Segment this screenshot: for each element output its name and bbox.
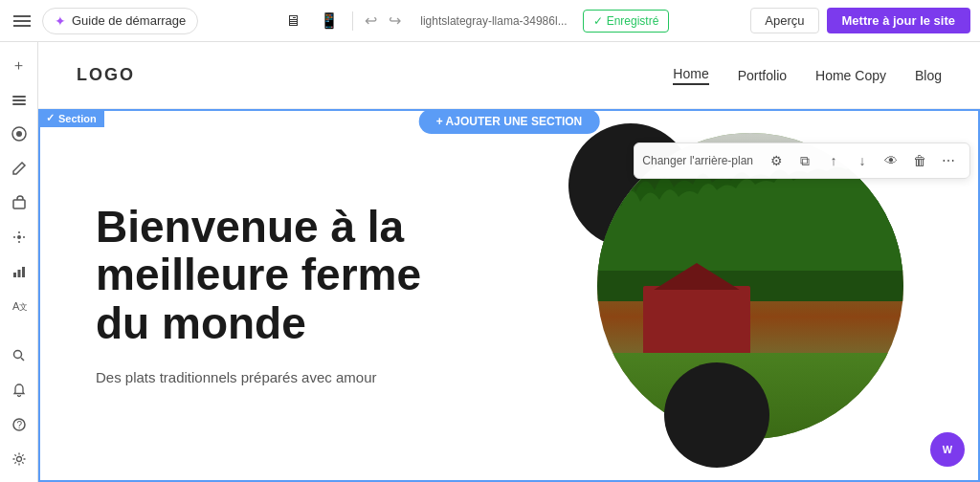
site-logo: LOGO — [77, 65, 135, 85]
sidebar-layers[interactable] — [4, 84, 34, 115]
divider — [352, 11, 353, 31]
sidebar-bottom: ? — [4, 340, 34, 474]
check-icon: ✓ — [46, 112, 55, 124]
sidebar-theme[interactable] — [4, 119, 34, 149]
sidebar-add[interactable]: ＋ — [4, 50, 34, 80]
sidebar-edit[interactable] — [4, 153, 34, 184]
canvas-area: LOGO Home Portfolio Home Copy Blog Bienv… — [38, 42, 980, 482]
undo-button[interactable]: ↩ — [361, 10, 381, 32]
sidebar-search[interactable] — [4, 340, 34, 371]
desktop-view-button[interactable]: 🖥 — [279, 9, 306, 33]
hero-text: Bienvenue à la meilleure ferme du monde … — [96, 203, 468, 388]
svg-point-4 — [16, 131, 22, 137]
check-icon: ✓ — [593, 14, 603, 28]
toolbar-delete-button[interactable]: 🗑 — [906, 147, 933, 174]
toolbar-duplicate-button[interactable]: ⧉ — [791, 147, 818, 174]
redo-button[interactable]: ↪ — [385, 10, 405, 32]
sidebar-notification[interactable] — [4, 375, 34, 405]
nav-portfolio[interactable]: Portfolio — [738, 68, 787, 83]
sidebar-analytics[interactable] — [4, 256, 34, 287]
star-icon: ✦ — [55, 13, 66, 29]
svg-rect-8 — [17, 270, 20, 277]
sidebar-help[interactable]: ? — [4, 409, 34, 440]
nav-blog[interactable]: Blog — [915, 68, 942, 83]
guide-label: Guide de démarrage — [72, 13, 186, 28]
section-toolbar: Changer l'arrière-plan ⚙ ⧉ ↑ ↓ 👁 🗑 ⋯ — [634, 142, 970, 179]
hamburger-menu[interactable] — [10, 11, 34, 31]
main-layout: ＋ A文 ? — [0, 42, 980, 482]
toolbar-settings-button[interactable]: ⚙ — [763, 147, 790, 174]
saved-badge: ✓ Enregistré — [583, 10, 670, 33]
wix-logo-button[interactable]: W — [930, 432, 965, 467]
sidebar-translate[interactable]: A文 — [4, 291, 34, 321]
mobile-view-button[interactable]: 📱 — [314, 8, 345, 33]
section-label[interactable]: ✓ Section — [38, 109, 104, 127]
svg-point-12 — [13, 351, 21, 359]
preview-button[interactable]: Aperçu — [750, 8, 818, 33]
svg-rect-0 — [12, 96, 26, 98]
wix-logo-text: W — [943, 444, 952, 455]
topbar: ✦ Guide de démarrage 🖥 📱 ↩ ↪ lightslateg… — [0, 0, 980, 42]
nav-home[interactable]: Home — [673, 66, 708, 85]
topbar-center: 🖥 📱 ↩ ↪ lightslategray-llama-34986l... ✓… — [279, 8, 669, 33]
undo-redo-group: ↩ ↪ — [361, 10, 405, 32]
guide-button[interactable]: ✦ Guide de démarrage — [42, 8, 198, 34]
topbar-right: Aperçu Mettre à jour le site — [750, 8, 970, 33]
website-preview: LOGO Home Portfolio Home Copy Blog Bienv… — [38, 42, 980, 482]
decoration-circle-bottom — [664, 362, 769, 468]
sidebar-settings[interactable] — [4, 444, 34, 474]
toolbar-bg-label: Changer l'arrière-plan — [642, 154, 753, 167]
svg-text:?: ? — [16, 420, 22, 430]
sidebar-animations[interactable] — [4, 222, 34, 252]
svg-rect-7 — [13, 273, 16, 277]
svg-text:文: 文 — [19, 302, 27, 312]
svg-rect-5 — [13, 200, 25, 208]
svg-point-6 — [17, 235, 21, 239]
saved-label: Enregistré — [607, 14, 659, 28]
site-navbar: LOGO Home Portfolio Home Copy Blog — [38, 42, 980, 109]
svg-rect-2 — [12, 103, 26, 105]
svg-point-15 — [16, 457, 21, 462]
toolbar-more-button[interactable]: ⋯ — [935, 147, 962, 174]
site-nav: Home Portfolio Home Copy Blog — [673, 66, 942, 85]
svg-rect-9 — [22, 267, 25, 277]
svg-rect-1 — [12, 99, 26, 101]
topbar-left: ✦ Guide de démarrage — [10, 8, 198, 34]
section-label-text: Section — [58, 113, 97, 124]
nav-home-copy[interactable]: Home Copy — [815, 68, 886, 83]
toolbar-hide-button[interactable]: 👁 — [878, 147, 904, 174]
hero-subtitle: Des plats traditionnels préparés avec am… — [96, 367, 449, 389]
add-section-button[interactable]: + AJOUTER UNE SECTION — [419, 109, 600, 134]
hero-title: Bienvenue à la meilleure ferme du monde — [96, 203, 449, 348]
site-name: lightslategray-llama-34986l... — [412, 14, 574, 28]
toolbar-move-up-button[interactable]: ↑ — [820, 147, 847, 174]
sidebar-store[interactable] — [4, 187, 34, 218]
toolbar-move-down-button[interactable]: ↓ — [849, 147, 876, 174]
publish-button[interactable]: Mettre à jour le site — [827, 8, 970, 33]
left-sidebar: ＋ A文 ? — [0, 42, 38, 482]
